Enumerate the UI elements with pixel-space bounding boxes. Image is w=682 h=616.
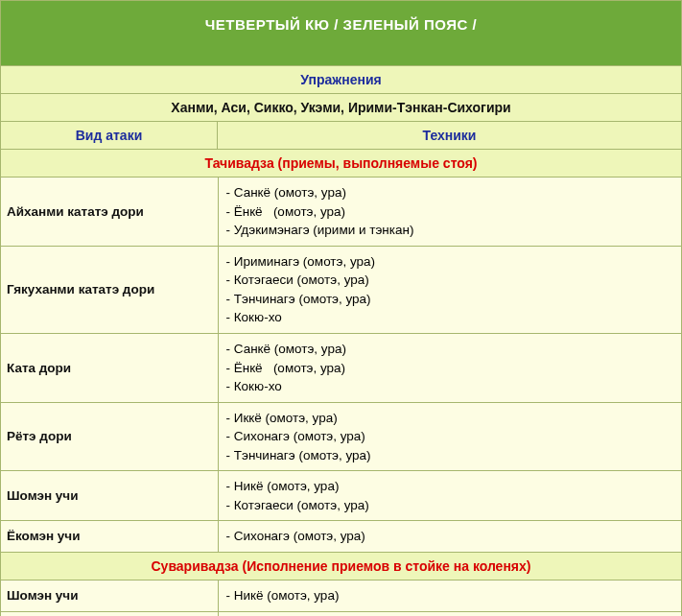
technique-item: - Ёнкё (омотэ, ура): [226, 359, 674, 378]
table-row: Ёкомэн учи- Сихонагэ (омотэ, ура): [1, 521, 681, 553]
technique-item: - Котэгаеси (омотэ, ура): [226, 271, 674, 290]
section-header-text: Суваривадза (Исполнение приемов в стойке…: [152, 558, 531, 574]
page-title: ЧЕТВЕРТЫЙ КЮ / ЗЕЛЕНЫЙ ПОЯС /: [1, 1, 681, 66]
column-headers: Вид атаки Техники: [1, 122, 681, 150]
attack-cell: Гякуханми кататэ дори: [1, 246, 218, 333]
exercises-label: Упражнения: [300, 72, 381, 87]
technique-item: - Тэнчинагэ (омотэ, ура): [226, 290, 674, 309]
sections-container: Тачивадза (приемы, выполняемые стоя)Айха…: [1, 150, 681, 616]
attack-cell: Рётэ дори: [1, 402, 218, 471]
attack-cell: Ката дори: [1, 333, 218, 402]
technique-item: - Тэнчинагэ (омотэ, ура): [226, 446, 674, 465]
table-row: Ката дори- Санкё (омотэ, ура)- Ёнкё (омо…: [1, 333, 681, 402]
technique-item: - Сихонагэ (омотэ, ура): [226, 427, 674, 446]
table-row: Гякуханми кататэ дори- Ириминагэ (омотэ,…: [1, 246, 681, 333]
techniques-table: Шомэн учи- Никё (омотэ, ура)Ката дори- Н…: [1, 580, 681, 616]
technique-item: - Никё (омотэ, ура): [226, 477, 674, 496]
exercises-list-row: Ханми, Аси, Сикко, Укэми, Ирими-Тэнкан-С…: [1, 94, 681, 122]
technique-item: - Никё (омотэ, ура): [226, 586, 674, 605]
techniques-cell: - Санкё (омотэ, ура)- Ёнкё (омотэ, ура)-…: [218, 333, 681, 402]
technique-item: - Кокю-хо: [226, 377, 674, 396]
exercises-heading: Упражнения: [1, 66, 681, 94]
techniques-cell: - Санкё (омотэ, ура)- Ёнкё (омотэ, ура)-…: [218, 178, 681, 246]
section-header: Тачивадза (приемы, выполняемые стоя): [1, 150, 681, 178]
table-row: Айханми кататэ дори- Санкё (омотэ, ура)-…: [1, 178, 681, 246]
technique-item: - Ириминагэ (омотэ, ура): [226, 252, 674, 272]
techniques-header: Техники: [423, 128, 477, 143]
attack-cell: Шомэн учи: [1, 471, 218, 521]
technique-item: - Котэгаеси (омотэ, ура): [226, 496, 674, 515]
attack-cell: Шомэн учи: [1, 580, 218, 611]
table-row: Рётэ дори- Иккё (омотэ, ура)- Сихонагэ (…: [1, 402, 681, 471]
table-row: Шомэн учи- Никё (омотэ, ура): [1, 580, 681, 611]
techniques-cell: - Никё (омотэ, ура): [218, 580, 681, 611]
technique-item: - Кокю-хо: [226, 308, 674, 327]
section-header: Суваривадза (Исполнение приемов в стойке…: [1, 553, 681, 580]
attack-kind-header: Вид атаки: [76, 128, 143, 143]
technique-item: - Сихонагэ (омотэ, ура): [226, 527, 674, 546]
technique-item: - Иккё (омотэ, ура): [226, 409, 674, 428]
attack-cell: Ката дори: [1, 611, 218, 616]
techniques-cell: - Иккё (омотэ, ура)- Сихонагэ (омотэ, ур…: [218, 402, 681, 471]
table-row: Шомэн учи- Никё (омотэ, ура)- Котэгаеси …: [1, 471, 681, 521]
technique-item: - Ёнкё (омотэ, ура): [226, 202, 674, 222]
techniques-cell: - Сихонагэ (омотэ, ура): [218, 521, 681, 553]
section-header-text: Тачивадза (приемы, выполняемые стоя): [204, 155, 477, 171]
techniques-cell: - Ириминагэ (омотэ, ура)- Котэгаеси (омо…: [218, 246, 681, 333]
table-row: Ката дори- Никё (омотэ, ура): [1, 611, 681, 616]
techniques-cell: - Никё (омотэ, ура): [218, 611, 681, 616]
technique-item: - Санкё (омотэ, ура): [226, 183, 674, 202]
techniques-table: Айханми кататэ дори- Санкё (омотэ, ура)-…: [1, 178, 681, 553]
technique-item: - Санкё (омотэ, ура): [226, 340, 674, 359]
technique-item: - Удэкимэнагэ (ирими и тэнкан): [226, 221, 674, 240]
attack-cell: Айханми кататэ дори: [1, 178, 218, 246]
techniques-cell: - Никё (омотэ, ура)- Котэгаеси (омотэ, у…: [218, 471, 681, 521]
exercises-list: Ханми, Аси, Сикко, Укэми, Ирими-Тэнкан-С…: [171, 100, 510, 115]
attack-cell: Ёкомэн учи: [1, 521, 218, 553]
belt-table: ЧЕТВЕРТЫЙ КЮ / ЗЕЛЕНЫЙ ПОЯС / Упражнения…: [0, 0, 682, 616]
